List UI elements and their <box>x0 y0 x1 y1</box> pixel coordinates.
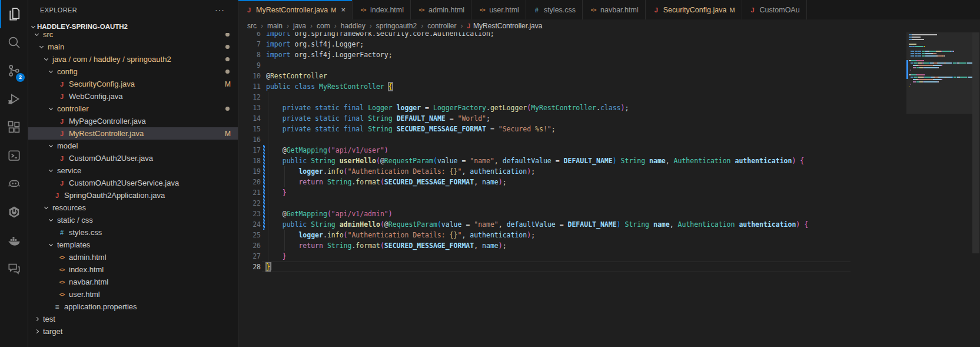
explorer-title: EXPLORER <box>40 6 77 14</box>
tab-user-html[interactable]: <>user.html <box>471 0 526 19</box>
code-line-25[interactable]: 25 logger.info("Authentication Details: … <box>238 230 980 240</box>
tree-item-index-html[interactable]: <>index.html <box>28 263 238 276</box>
tree-item-label: MyPageController.java <box>69 117 146 125</box>
tree-item-application-properties[interactable]: ≡application.properties <box>28 300 238 313</box>
activity-item-docker[interactable] <box>0 226 28 255</box>
activity-item-spring-boot[interactable] <box>0 198 28 226</box>
java-file-icon: J <box>58 118 66 125</box>
activity-item-run-debug[interactable] <box>0 85 28 113</box>
text-cursor <box>271 262 272 270</box>
minimap[interactable] <box>906 32 972 347</box>
activity-item-explorer[interactable] <box>0 0 28 28</box>
tab-index-html[interactable]: <>index.html <box>353 0 411 19</box>
tree-item-main[interactable]: main <box>28 41 238 53</box>
tree-item-customoauth2user-java[interactable]: JCustomOAuth2User.java <box>28 152 238 164</box>
code-line-26[interactable]: 26 return String.format(SECURED_MESSAGE_… <box>238 240 980 251</box>
tree-item-user-html[interactable]: <>user.html <box>28 288 238 300</box>
line-number: 26 <box>238 240 261 251</box>
code-line-28[interactable]: 28} <box>238 262 980 272</box>
vertical-scrollbar[interactable] <box>972 32 980 347</box>
tree-item-resources[interactable]: resources <box>28 201 238 214</box>
tab-styles-css[interactable]: #styles.css <box>526 0 583 19</box>
code-line-10[interactable]: 10@RestController <box>238 71 980 81</box>
breadcrumb-item[interactable]: controller <box>427 22 456 30</box>
line-number: 24 <box>238 219 261 230</box>
editor[interactable]: 6import org.springframework.security.cor… <box>238 32 980 347</box>
tree-item-mypagecontroller-java[interactable]: JMyPageController.java <box>28 115 238 127</box>
modified-m-badge: M <box>225 130 231 138</box>
breadcrumb-item[interactable]: java <box>293 22 306 30</box>
tree-item-admin-html[interactable]: <>admin.html <box>28 251 238 263</box>
tab-securityconfig-java[interactable]: JSecurityConfig.javaM <box>646 0 742 19</box>
tree-item-templates[interactable]: templates <box>28 239 238 251</box>
tab-modified-badge: M <box>729 6 735 14</box>
tree-item-service[interactable]: service <box>28 164 238 177</box>
explorer-more-icon[interactable]: ··· <box>215 5 225 15</box>
project-header[interactable]: HADDLEY-SPRING-OAUTH2 <box>28 20 238 33</box>
close-icon[interactable]: × <box>341 5 346 14</box>
tree-item-label: admin.html <box>69 253 107 262</box>
breadcrumb-item[interactable]: main <box>267 22 283 30</box>
code-line-12[interactable]: 12 <box>238 92 980 103</box>
tree-item-securityconfig-java[interactable]: JSecurityConfig.javaM <box>28 78 238 90</box>
tab-myrestcontroller-java[interactable]: JMyRestController.javaM× <box>238 0 353 19</box>
code-line-6[interactable]: 6import org.springframework.security.cor… <box>238 32 980 39</box>
breadcrumb-item[interactable]: haddley <box>341 22 366 30</box>
code-line-14[interactable]: 14 private static final String DEFAULT_N… <box>238 113 980 124</box>
code-line-21[interactable]: 21 } <box>238 187 980 198</box>
code-line-22[interactable]: 22 <box>238 198 980 209</box>
tree-item-label: index.html <box>69 265 104 274</box>
breadcrumb-file[interactable]: MyRestController.java <box>473 22 542 30</box>
tab-admin-html[interactable]: <>admin.html <box>411 0 471 19</box>
tree-item-styles-css[interactable]: #styles.css <box>28 226 238 239</box>
code-line-19[interactable]: 19 logger.info("Authentication Details: … <box>238 166 980 177</box>
code-line-23[interactable]: 23 @GetMapping("api/v1/admin") <box>238 209 980 219</box>
code-line-18[interactable]: 18 public String userHello(@RequestParam… <box>238 156 980 166</box>
code-line-16[interactable]: 16 <box>238 134 980 145</box>
activity-item-copilot[interactable] <box>0 170 28 198</box>
activity-item-terminal[interactable] <box>0 141 28 170</box>
tree-item-springoauth2application-java[interactable]: JSpringOauth2Application.java <box>28 189 238 201</box>
code-line-15[interactable]: 15 private static final String SECURED_M… <box>238 124 980 134</box>
code-line-8[interactable]: 8import org.slf4j.LoggerFactory; <box>238 49 980 60</box>
code-line-17[interactable]: 17 @GetMapping("api/v1/user") <box>238 145 980 156</box>
code-line-9[interactable]: 9 <box>238 60 980 71</box>
html-file-icon: <> <box>58 267 66 273</box>
tab-customoau[interactable]: JCustomOAu <box>742 0 807 19</box>
code-line-24[interactable]: 24 public String adminHello(@RequestPara… <box>238 219 980 230</box>
html-file-icon: <> <box>478 7 486 13</box>
activity-item-search[interactable] <box>0 28 28 57</box>
code-line-7[interactable]: 7import org.slf4j.Logger; <box>238 39 980 49</box>
code-line-13[interactable]: 13 private static final Logger logger = … <box>238 103 980 113</box>
line-number: 9 <box>238 60 261 71</box>
tree-item-label: controller <box>57 104 88 113</box>
tree-item-config[interactable]: config <box>28 65 238 78</box>
code-line-20[interactable]: 20 return String.format(SECURED_MESSAGE_… <box>238 177 980 187</box>
tab-navbar-html[interactable]: <>navbar.html <box>583 0 646 19</box>
tree-item-test[interactable]: test <box>28 313 238 325</box>
breadcrumb-item[interactable]: springoauth2 <box>376 22 417 30</box>
tree-item-target[interactable]: target <box>28 325 238 338</box>
activity-item-source-control[interactable]: 2 <box>0 57 28 85</box>
tree-item-java-com-haddley-springoauth2[interactable]: java / com / haddley / springoauth2 <box>28 53 238 65</box>
activity-item-comments[interactable] <box>0 255 28 283</box>
code-text <box>261 92 266 103</box>
tree-item-customoauth2userservice-java[interactable]: JCustomOAuth2UserService.java <box>28 177 238 189</box>
docker-icon <box>7 233 21 247</box>
explorer-header: EXPLORER ··· <box>28 0 238 20</box>
code-line-27[interactable]: 27 } <box>238 251 980 262</box>
tree-item-navbar-html[interactable]: <>navbar.html <box>28 276 238 288</box>
code-line-11[interactable]: 11public class MyRestController { <box>238 81 980 92</box>
tree-item-static-css[interactable]: static / css <box>28 214 238 226</box>
search-icon <box>7 35 21 49</box>
code-text: private static final String DEFAULT_NAME… <box>261 113 490 124</box>
scrollbar-slider[interactable] <box>972 32 979 253</box>
breadcrumb-item[interactable]: src <box>247 22 257 30</box>
breadcrumb-item[interactable]: com <box>317 22 330 30</box>
tree-item-myrestcontroller-java[interactable]: JMyRestController.javaM <box>28 127 238 140</box>
code-area[interactable]: 6import org.springframework.security.cor… <box>238 32 980 272</box>
tree-item-webconfig-java[interactable]: JWebConfig.java <box>28 90 238 103</box>
tree-item-model[interactable]: model <box>28 140 238 152</box>
activity-item-extensions[interactable] <box>0 113 28 141</box>
tree-item-controller[interactable]: controller <box>28 103 238 115</box>
